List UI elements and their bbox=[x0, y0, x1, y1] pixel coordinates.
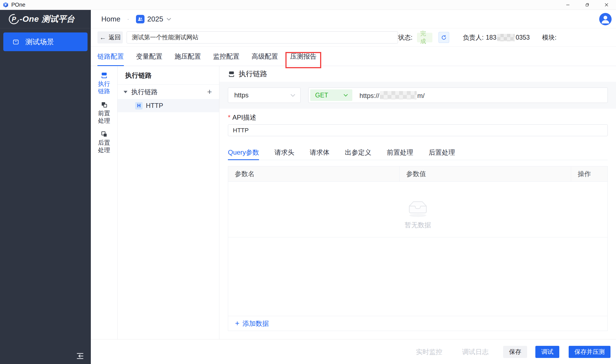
breadcrumb: Home · 2025 bbox=[91, 10, 616, 28]
brand-logo-one: -One bbox=[20, 14, 39, 24]
required-asterisk: * bbox=[228, 114, 230, 121]
sidebar: P -One 测试平台 测试场景 bbox=[0, 10, 91, 364]
refresh-icon bbox=[441, 35, 447, 40]
url-input-box[interactable]: GET https://m/ bbox=[308, 87, 608, 103]
owner-redacted-block bbox=[497, 34, 515, 41]
pre-processing-icon bbox=[100, 101, 108, 108]
brand-logo: P -One 测试平台 bbox=[0, 10, 91, 28]
subtab-request-headers[interactable]: 请求头 bbox=[274, 145, 294, 160]
save-button[interactable]: 保存 bbox=[503, 346, 527, 358]
scenario-toolbar: ← 返回 状态: 完成 负责人: 183 0353 模块: bbox=[91, 28, 616, 47]
restore-button[interactable] bbox=[577, 0, 597, 10]
params-table-header: 参数名 参数值 操作 bbox=[228, 166, 607, 182]
debug-button[interactable]: 调试 bbox=[535, 346, 559, 358]
main-shell: Home · 2025 ← 返回 状态: bbox=[91, 10, 616, 364]
tab-test-report[interactable]: 压测报告 bbox=[290, 47, 317, 66]
tree-leaf-http[interactable]: H HTTP bbox=[118, 99, 219, 112]
sidebar-collapse-button[interactable] bbox=[75, 351, 85, 361]
project-chevron-down-icon[interactable] bbox=[167, 18, 171, 21]
tab-monitor-config[interactable]: 监控配置 bbox=[213, 47, 239, 66]
config-tabs: 链路配置 变量配置 施压配置 监控配置 高级配置 压测报告 bbox=[91, 47, 616, 66]
chevron-down-icon bbox=[290, 94, 295, 97]
fold-icon bbox=[75, 351, 85, 361]
tree-root-node[interactable]: 执行链路 + bbox=[118, 85, 219, 99]
tab-variable-config[interactable]: 变量配置 bbox=[136, 47, 162, 66]
module-label: 模块: bbox=[542, 33, 557, 42]
chevron-down-icon bbox=[344, 94, 348, 97]
plus-icon: + bbox=[235, 320, 239, 327]
add-data-label: 添加数据 bbox=[242, 319, 269, 328]
api-desc-input[interactable] bbox=[228, 124, 608, 136]
url-value[interactable]: https://m/ bbox=[359, 91, 425, 100]
brand-p-mark: P bbox=[7, 12, 21, 26]
empty-state: 暂无数据 bbox=[228, 182, 607, 237]
restore-icon bbox=[584, 2, 590, 8]
sidebar-item-test-scenario[interactable]: 测试场景 bbox=[3, 32, 88, 51]
protocol-value: https bbox=[234, 91, 249, 99]
refresh-status-button[interactable] bbox=[438, 32, 449, 43]
sidebar-item-label: 测试场景 bbox=[25, 37, 54, 47]
tab-link-config[interactable]: 链路配置 bbox=[97, 47, 124, 66]
protocol-select[interactable]: https bbox=[228, 87, 301, 103]
scenario-box-icon bbox=[12, 39, 19, 45]
breadcrumb-separator: · bbox=[127, 15, 129, 23]
method-value: GET bbox=[315, 92, 328, 99]
tree-panel-title: 执行链路 bbox=[118, 66, 219, 85]
window-controls bbox=[558, 0, 616, 10]
realtime-monitor-link[interactable]: 实时监控 bbox=[416, 347, 442, 356]
workspace: 执行 链路 前置 处理 后置 处理 执行链路 bbox=[91, 66, 616, 339]
window-title: POne bbox=[11, 2, 25, 8]
owner-prefix: 183 bbox=[486, 34, 496, 41]
add-data-row[interactable]: + 添加数据 bbox=[228, 316, 607, 331]
tree-leaf-label: HTTP bbox=[146, 102, 163, 110]
brand-logo-suffix: 测试平台 bbox=[42, 13, 75, 25]
people-icon bbox=[137, 16, 143, 22]
owner-label: 负责人: bbox=[463, 33, 484, 42]
editor-header: 执行链路 bbox=[228, 66, 608, 82]
close-button[interactable] bbox=[597, 0, 616, 10]
request-line: https GET https://m/ bbox=[219, 82, 616, 109]
debug-log-link[interactable]: 调试日志 bbox=[462, 347, 489, 356]
project-badge[interactable] bbox=[136, 15, 145, 23]
request-editor: 执行链路 https GET bbox=[219, 66, 616, 339]
url-prefix: https:// bbox=[359, 92, 379, 99]
rail-item-pre-processing[interactable]: 前置 处理 bbox=[98, 101, 110, 124]
back-arrow-icon: ← bbox=[100, 34, 106, 41]
status-badge: 完成 bbox=[417, 33, 432, 42]
tab-advanced-config[interactable]: 高级配置 bbox=[252, 47, 278, 66]
scenario-name-input[interactable] bbox=[127, 31, 398, 43]
subtab-query-params[interactable]: Query参数 bbox=[228, 145, 259, 160]
execution-chain-icon bbox=[228, 70, 235, 78]
save-and-test-button[interactable]: 保存并压测 bbox=[569, 346, 610, 358]
empty-inbox-icon bbox=[406, 200, 430, 217]
rail-item-execution-chain[interactable]: 执行 链路 bbox=[98, 72, 110, 95]
subtab-post-processing[interactable]: 后置处理 bbox=[429, 145, 455, 160]
window-titlebar: POne bbox=[0, 0, 616, 10]
toolbar-meta: 状态: 完成 负责人: 183 0353 模块: bbox=[398, 32, 557, 43]
rail-item-post-processing[interactable]: 后置 处理 bbox=[98, 130, 110, 154]
back-button[interactable]: ← 返回 bbox=[97, 31, 123, 43]
status-label: 状态: bbox=[398, 33, 412, 42]
subtab-pre-processing[interactable]: 前置处理 bbox=[387, 145, 413, 160]
breadcrumb-home[interactable]: Home bbox=[101, 15, 120, 23]
api-desc-label: API描述 bbox=[232, 113, 256, 122]
post-processing-icon bbox=[100, 130, 108, 138]
user-avatar[interactable] bbox=[599, 13, 612, 25]
add-node-button[interactable]: + bbox=[207, 88, 212, 96]
subtab-request-body[interactable]: 请求体 bbox=[310, 145, 329, 160]
person-icon bbox=[599, 13, 612, 25]
minimize-button[interactable] bbox=[558, 0, 577, 10]
project-name[interactable]: 2025 bbox=[147, 15, 163, 23]
method-select[interactable]: GET bbox=[310, 89, 352, 101]
app-cube-icon bbox=[2, 2, 9, 8]
execution-tree-panel: 执行链路 执行链路 + H HTTP bbox=[118, 66, 219, 339]
step-rail: 执行 链路 前置 处理 后置 处理 bbox=[91, 66, 118, 339]
caret-down-icon[interactable] bbox=[124, 91, 127, 93]
back-label: 返回 bbox=[109, 33, 121, 42]
footer-action-bar: 实时监控 调试日志 保存 调试 保存并压测 bbox=[91, 339, 616, 364]
execution-chain-icon bbox=[100, 72, 108, 79]
column-header-param-name: 参数名 bbox=[228, 166, 400, 181]
tab-pressure-config[interactable]: 施压配置 bbox=[175, 47, 201, 66]
editor-title: 执行链路 bbox=[239, 69, 267, 79]
subtab-output-params[interactable]: 出参定义 bbox=[345, 145, 371, 160]
